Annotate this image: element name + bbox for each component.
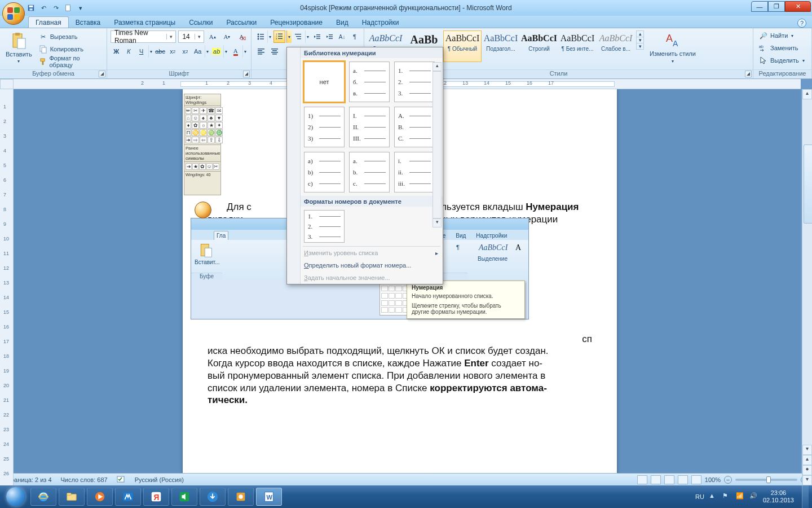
highlight-button[interactable]: ab bbox=[211, 45, 222, 58]
numbering-none[interactable]: нет bbox=[304, 62, 345, 102]
zoom-slider[interactable] bbox=[735, 479, 797, 481]
view-web-button[interactable] bbox=[664, 475, 674, 484]
qat-undo-icon[interactable]: ↶ bbox=[38, 3, 48, 13]
change-styles-button[interactable]: AA Изменить стили ▾ bbox=[647, 30, 698, 65]
numbering-option[interactable]: а.б.в. bbox=[349, 62, 390, 102]
scroll-up-icon[interactable]: ▴ bbox=[802, 89, 812, 99]
qat-save-icon[interactable] bbox=[26, 3, 36, 13]
prev-page-icon[interactable]: ▴ bbox=[802, 455, 812, 465]
tray-clock[interactable]: 23:0602.10.2013 bbox=[763, 489, 794, 503]
numbering-option[interactable]: 1.2.3. bbox=[394, 62, 435, 102]
view-draft-button[interactable] bbox=[691, 475, 701, 484]
next-page-icon[interactable]: ▾ bbox=[802, 475, 812, 485]
tab-review[interactable]: Рецензирование bbox=[263, 17, 329, 28]
subscript-button[interactable]: x2 bbox=[167, 45, 178, 58]
status-language[interactable]: Русский (Россия) bbox=[135, 476, 184, 483]
grow-font-button[interactable]: A▴ bbox=[206, 30, 219, 43]
multilevel-dd[interactable]: ▾ bbox=[305, 30, 310, 43]
symbol-grid[interactable]: ✏✂✈☎✉ ⌂☺♠♣♥ ♦✿☼★✦ Π♋♌♍♎ ➔⇨⇦⇧⇩ bbox=[184, 106, 220, 144]
taskbar-maxthon[interactable] bbox=[115, 488, 141, 506]
taskbar-sound[interactable] bbox=[171, 488, 197, 506]
browse-object-icon[interactable]: ● bbox=[802, 465, 812, 475]
align-center-button[interactable] bbox=[268, 45, 281, 58]
tab-page-layout[interactable]: Разметка страницы bbox=[107, 17, 182, 28]
italic-button[interactable]: К bbox=[123, 45, 134, 58]
cut-button[interactable]: ✂Вырезать bbox=[37, 30, 103, 43]
tab-mailings[interactable]: Рассылки bbox=[219, 17, 263, 28]
dropdown-scrollbar[interactable]: ▴▾ bbox=[433, 62, 442, 227]
clipboard-dialog-launcher[interactable]: ◢ bbox=[99, 71, 105, 77]
numbering-docfmt[interactable]: 1.2.3. bbox=[304, 210, 345, 243]
show-marks-button[interactable]: ¶ bbox=[349, 30, 360, 43]
copy-button[interactable]: Копировать bbox=[37, 43, 103, 55]
status-words[interactable]: Число слов: 687 bbox=[61, 476, 108, 483]
close-button[interactable]: ✕ bbox=[785, 1, 811, 12]
define-new-number-format-item[interactable]: Определить новый формат номера... bbox=[287, 259, 443, 271]
vertical-scrollbar[interactable]: ▴ ▾ ▴ ● ▾ bbox=[802, 89, 812, 485]
clear-formatting-button[interactable]: A⌫ bbox=[235, 30, 248, 43]
show-desktop-button[interactable] bbox=[802, 485, 809, 508]
taskbar-word-active[interactable]: W bbox=[256, 488, 282, 506]
start-button[interactable] bbox=[3, 487, 28, 506]
font-color-dd[interactable]: ▾ bbox=[242, 45, 248, 58]
taskbar-mediaplayer[interactable] bbox=[87, 488, 113, 506]
underline-button[interactable]: Ч bbox=[135, 45, 147, 58]
replace-button[interactable]: abЗаменить bbox=[757, 42, 800, 54]
case-dd[interactable]: ▾ bbox=[205, 45, 210, 58]
styles-scroll[interactable]: ▴ ▾ ▾ bbox=[636, 30, 644, 50]
help-icon[interactable]: ? bbox=[797, 19, 806, 28]
bullets-button[interactable] bbox=[255, 30, 266, 43]
font-size-combo[interactable]: 14▾ bbox=[178, 30, 204, 43]
format-painter-button[interactable]: Формат по образцу bbox=[37, 55, 103, 68]
highlight-dd[interactable]: ▾ bbox=[223, 45, 228, 58]
minimize-button[interactable]: — bbox=[751, 1, 768, 12]
style-strong[interactable]: AaBbCcIСтрогий bbox=[520, 30, 558, 62]
tray-lang[interactable]: RU bbox=[695, 493, 704, 500]
scroll-thumb[interactable] bbox=[804, 144, 812, 224]
ruler-corner[interactable] bbox=[0, 79, 14, 89]
view-fullscreen-button[interactable] bbox=[651, 475, 661, 484]
decrease-indent-button[interactable] bbox=[311, 30, 323, 43]
view-outline-button[interactable] bbox=[678, 475, 688, 484]
zoom-out-button[interactable]: − bbox=[724, 476, 732, 484]
chevron-down-icon[interactable]: ▾ bbox=[166, 34, 175, 40]
qat-customize-icon[interactable]: ▾ bbox=[76, 3, 86, 13]
numbering-option[interactable]: 1)2)3) bbox=[304, 107, 345, 147]
tab-insert[interactable]: Вставка bbox=[69, 17, 108, 28]
numbering-option[interactable]: a)b)c) bbox=[304, 152, 345, 192]
qat-redo-icon[interactable]: ↷ bbox=[51, 3, 61, 13]
office-button[interactable] bbox=[2, 2, 25, 25]
style-subtitle[interactable]: AaBbCcIПодзагол... bbox=[482, 30, 520, 62]
select-button[interactable]: Выделить▾ bbox=[757, 54, 807, 67]
style-nospacing[interactable]: AaBbCcI¶ Без инте... bbox=[558, 30, 597, 62]
increase-indent-button[interactable] bbox=[324, 30, 335, 43]
tab-view[interactable]: Вид bbox=[329, 17, 355, 28]
tray-network-icon[interactable]: 📶 bbox=[736, 492, 745, 501]
qat-new-icon[interactable] bbox=[63, 3, 73, 13]
superscript-button[interactable]: x2 bbox=[179, 45, 191, 58]
numbering-option[interactable]: A.B.C. bbox=[394, 107, 435, 147]
tray-action-center-icon[interactable]: ⚑ bbox=[722, 492, 731, 501]
paste-dropdown-icon[interactable]: ▾ bbox=[17, 59, 20, 64]
paste-button[interactable]: Вставить ▾ bbox=[3, 30, 34, 65]
bullets-dd[interactable]: ▾ bbox=[267, 30, 272, 43]
font-color-button[interactable]: A bbox=[230, 45, 241, 58]
taskbar-ie[interactable] bbox=[30, 488, 56, 506]
numbering-option[interactable]: a.b.c. bbox=[349, 152, 390, 192]
taskbar-app1[interactable] bbox=[228, 488, 254, 506]
tab-references[interactable]: Ссылки bbox=[182, 17, 219, 28]
change-case-button[interactable]: Aa bbox=[192, 45, 204, 58]
style-subtle[interactable]: AaBbCcIСлабое в... bbox=[597, 30, 635, 62]
zoom-level[interactable]: 100% bbox=[705, 476, 721, 483]
tray-flag-icon[interactable]: ▲ bbox=[709, 492, 718, 501]
status-spellcheck-icon[interactable] bbox=[117, 475, 126, 484]
tab-home[interactable]: Главная bbox=[28, 16, 69, 28]
numbering-option[interactable]: I.II.III. bbox=[349, 107, 390, 147]
font-name-combo[interactable]: Times New Roman▾ bbox=[111, 30, 176, 43]
font-dialog-launcher[interactable]: ◢ bbox=[243, 71, 250, 77]
taskbar-explorer[interactable] bbox=[59, 488, 85, 506]
view-printlayout-button[interactable] bbox=[637, 475, 647, 484]
maximize-button[interactable]: ❐ bbox=[768, 1, 785, 12]
bold-button[interactable]: Ж bbox=[111, 45, 122, 58]
shrink-font-button[interactable]: A▾ bbox=[221, 30, 233, 43]
